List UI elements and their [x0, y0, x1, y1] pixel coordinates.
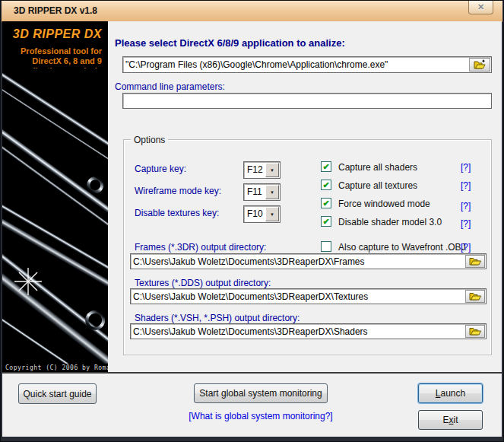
check-icon: ✔: [322, 163, 329, 170]
force-windowed-checkbox[interactable]: ✔: [321, 198, 331, 208]
folder-open-icon: [469, 326, 481, 336]
chevron-down-icon[interactable]: ▼: [265, 185, 279, 199]
wireframe-key-value: F11: [247, 186, 262, 197]
wireframe-key-label: Wireframe mode key:: [135, 186, 221, 196]
shaders-dir-field: [130, 323, 487, 339]
frames-dir-input[interactable]: [133, 254, 464, 269]
title-bar: 3D RIPPER DX v1.8 ✕: [2, 1, 502, 22]
capture-key-select[interactable]: F12 ▼: [243, 161, 281, 179]
footer-divider: [2, 372, 502, 374]
browse-app-button[interactable]: [469, 58, 490, 72]
quick-start-guide-label: Quick start guide: [23, 389, 91, 399]
chevron-down-icon[interactable]: ▼: [265, 207, 279, 221]
capture-shaders-label: Capture all shaders: [338, 162, 417, 173]
capture-shaders-help-link[interactable]: [?]: [461, 162, 471, 173]
frames-dir-label: Frames (*.3DR) output directory:: [135, 242, 266, 253]
disable-textures-key-label: Disable textures key:: [135, 208, 219, 218]
start-monitoring-label: Start global system monitoring: [199, 388, 322, 399]
capture-textures-help-link[interactable]: [?]: [461, 180, 471, 191]
exit-button[interactable]: Exit: [418, 410, 483, 430]
chevron-down-icon[interactable]: ▼: [265, 163, 279, 177]
sidebar-banner: 3D RIPPER DX Professional tool for Direc…: [2, 21, 108, 373]
app-path-field: [122, 56, 492, 73]
tagline-line: Professional tool for: [18, 46, 102, 56]
shaders-dir-label: Shaders (*.VSH, *.PSH) output directory:: [135, 313, 300, 323]
close-icon: ✕: [477, 2, 484, 12]
check-icon: ✔: [322, 181, 329, 189]
cmdline-field: [122, 93, 492, 109]
force-windowed-help-link[interactable]: [?]: [461, 201, 471, 211]
frames-dir-field: [130, 253, 487, 269]
shaders-dir-input[interactable]: [133, 324, 464, 339]
textures-dir-input[interactable]: [133, 289, 464, 304]
wavefront-checkbox[interactable]: [321, 241, 331, 252]
tagline-line: DirectX 6, 8 and 9: [18, 56, 102, 66]
launch-label: Launch: [436, 388, 465, 399]
monitoring-help-link[interactable]: [What is global system monitoring?]: [173, 411, 348, 421]
launch-button[interactable]: Launch: [418, 383, 483, 403]
disable-sm3-checkbox[interactable]: ✔: [321, 216, 331, 227]
textures-dir-field: [130, 288, 487, 304]
capture-textures-checkbox[interactable]: ✔: [321, 180, 331, 190]
folder-open-up-icon: [474, 59, 487, 70]
cmdline-input[interactable]: [125, 94, 489, 108]
copyright-text: Copyright (C) 2006 by Roman Lut: [5, 364, 108, 371]
app-path-input[interactable]: [125, 57, 470, 72]
window-title: 3D RIPPER DX v1.8: [14, 5, 97, 16]
folder-open-icon: [469, 291, 481, 301]
app-window: 3D RIPPER DX v1.8 ✕ 3D RIPPER DX Profess…: [0, 0, 504, 442]
disable-textures-key-value: F10: [247, 208, 263, 219]
disable-sm3-help-link[interactable]: [?]: [461, 218, 471, 229]
browse-shaders-button[interactable]: [465, 325, 485, 338]
cmdline-label: Command line parameters:: [115, 81, 225, 92]
capture-textures-label: Capture all textures: [338, 180, 417, 191]
options-group-title: Options: [131, 135, 168, 145]
force-windowed-label: Force windowed mode: [338, 199, 430, 209]
wireframe-key-select[interactable]: F11 ▼: [243, 183, 281, 201]
start-monitoring-button[interactable]: Start global system monitoring: [194, 383, 328, 403]
app-select-heading: Please select DirectX 6/8/9 application …: [115, 37, 345, 49]
capture-shaders-checkbox[interactable]: ✔: [321, 161, 331, 172]
wavefront-label: Also capture to Wavefront .OBJ: [338, 242, 466, 253]
capture-key-label: Capture key:: [135, 164, 186, 174]
exit-label: Exit: [442, 415, 458, 425]
browse-textures-button[interactable]: [465, 290, 485, 303]
check-icon: ✔: [322, 199, 329, 207]
disable-textures-key-select[interactable]: F10 ▼: [243, 205, 281, 223]
dialog-client-area: 3D RIPPER DX Professional tool for Direc…: [2, 21, 502, 437]
quick-start-guide-button[interactable]: Quick start guide: [18, 383, 97, 404]
textures-dir-label: Textures (*.DDS) output directory:: [135, 278, 271, 288]
brand-title: 3D RIPPER DX: [13, 27, 102, 41]
surgical-instruments-image: [2, 68, 108, 364]
options-group: Options Capture key: F12 ▼ Wireframe mod…: [123, 139, 492, 355]
folder-open-icon: [469, 256, 481, 266]
browse-frames-button[interactable]: [465, 255, 485, 268]
check-icon: ✔: [322, 218, 329, 225]
disable-sm3-label: Disable shader model 3.0: [338, 217, 442, 227]
capture-key-value: F12: [247, 164, 263, 175]
wavefront-help-link[interactable]: [?]: [461, 242, 471, 253]
close-button[interactable]: ✕: [468, 1, 493, 14]
